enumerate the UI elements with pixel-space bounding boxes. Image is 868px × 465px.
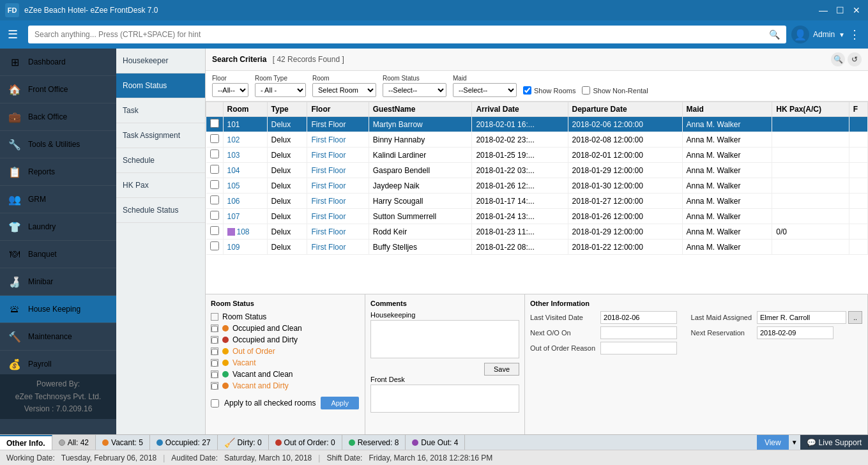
search-criteria-search-button[interactable]: 🔍 — [831, 52, 845, 66]
row-checkbox-7[interactable] — [210, 226, 219, 235]
maximize-button[interactable]: ☐ — [834, 5, 846, 15]
room-number-8[interactable]: 109 — [223, 240, 267, 255]
tab-dirty[interactable]: 🧹 Dirty: 0 — [218, 435, 269, 450]
sidebar-item-dashboard[interactable]: ⊞Dashboard — [0, 49, 116, 76]
view-button[interactable]: View — [757, 435, 789, 450]
room-number-0[interactable]: 101 — [223, 117, 267, 132]
tab-vacant[interactable]: Vacant: 5 — [96, 435, 150, 450]
row-checkbox-5[interactable] — [210, 195, 219, 204]
show-rooms-checkbox[interactable] — [523, 86, 531, 95]
table-row[interactable]: 103 Delux First Floor Kalindi Lardiner 2… — [206, 148, 868, 163]
sidebar-item-label-maintenance: Maintenance — [28, 332, 72, 341]
row-checkbox-0[interactable] — [210, 119, 219, 128]
table-row[interactable]: 107 Delux First Floor Sutton Summerrell … — [206, 209, 868, 224]
next-reservation-input[interactable] — [757, 326, 834, 339]
row-checkbox-6[interactable] — [210, 211, 219, 220]
next-oo-input[interactable] — [600, 326, 677, 339]
sub-sidebar-item-housekeeper[interactable]: Housekeeper — [116, 49, 205, 73]
user-dropdown-icon[interactable]: ▼ — [839, 31, 845, 38]
hamburger-menu[interactable]: ☰ — [8, 27, 18, 42]
room-number-5[interactable]: 106 — [223, 194, 267, 209]
sidebar-item-reports[interactable]: 📋Reports — [0, 158, 116, 186]
last-visited-input[interactable] — [600, 311, 677, 324]
tab-occupied[interactable]: Occupied: 27 — [150, 435, 218, 450]
table-row[interactable]: 102 Delux First Floor Binny Hannaby 2018… — [206, 132, 868, 148]
room-number-6[interactable]: 107 — [223, 209, 267, 224]
search-input[interactable] — [34, 30, 769, 39]
vacant-clean-checkbox[interactable] — [211, 370, 218, 378]
room-number-4[interactable]: 105 — [223, 178, 267, 194]
show-non-rental-checkbox[interactable] — [582, 86, 590, 95]
occupied-clean-checkbox[interactable] — [211, 324, 218, 332]
other-info-title: Other Information — [530, 300, 862, 307]
more-options-button[interactable]: ⋮ — [849, 27, 860, 42]
floor-select[interactable]: --All-- — [212, 83, 248, 97]
tab-other-info[interactable]: Other Info. — [0, 435, 52, 450]
sub-sidebar-item-schedule-status[interactable]: Schedule Status — [116, 198, 205, 223]
footer-bar: Other Info. All: 42 Vacant: 5 Occupied: … — [0, 434, 868, 450]
table-row[interactable]: 101 Delux First Floor Martyn Barrow 2018… — [206, 117, 868, 132]
row-checkbox-8[interactable] — [210, 241, 219, 250]
row-checkbox-3[interactable] — [210, 165, 219, 174]
occupied-dirty-checkbox[interactable] — [211, 336, 218, 344]
sub-sidebar-item-task[interactable]: Task — [116, 98, 205, 123]
search-input-wrap[interactable]: 🔍 — [28, 26, 786, 43]
row-checkbox-1[interactable] — [210, 134, 219, 143]
search-criteria-refresh-button[interactable]: ↺ — [848, 52, 862, 66]
sidebar-item-house-keeping[interactable]: 🛎House Keeping — [0, 296, 116, 323]
sub-sidebar-item-room-status[interactable]: Room Status — [116, 73, 205, 98]
view-dropdown-button[interactable]: ▼ — [789, 439, 800, 446]
row-checkbox-2[interactable] — [210, 149, 219, 158]
last-maid-input[interactable] — [757, 311, 846, 324]
minimize-button[interactable]: — — [817, 5, 830, 15]
out-of-order-checkbox[interactable] — [211, 347, 218, 355]
housekeeping-textarea[interactable] — [370, 320, 519, 358]
sub-sidebar-item-hk-pax[interactable]: HK Pax — [116, 173, 205, 198]
room-number-7[interactable]: 108 — [223, 224, 267, 240]
room-select[interactable]: Select Room — [312, 83, 376, 97]
vacant-checkbox[interactable] — [211, 359, 218, 367]
room-number-3[interactable]: 104 — [223, 163, 267, 178]
sidebar-item-label-banquet: Banquet — [28, 250, 57, 259]
tab-all[interactable]: All: 42 — [52, 435, 96, 450]
table-row[interactable]: 104 Delux First Floor Gasparo Bendell 20… — [206, 163, 868, 178]
apply-all-checkbox[interactable] — [211, 399, 219, 408]
maid-filter: Maid --Select-- — [453, 75, 517, 97]
table-row[interactable]: 108 Delux First Floor Rodd Keir 2018-01-… — [206, 224, 868, 240]
apply-button[interactable]: Apply — [321, 397, 359, 409]
save-button[interactable]: Save — [484, 363, 519, 376]
departure-date-3: 2018-01-29 12:00:00 — [568, 163, 682, 178]
sidebar-item-back-office[interactable]: 💼Back Office — [0, 103, 116, 131]
vacant-dirty-checkbox[interactable] — [211, 382, 218, 390]
table-row[interactable]: 105 Delux First Floor Jaydeep Naik 2018-… — [206, 178, 868, 194]
maid-select[interactable]: --Select-- — [453, 83, 517, 97]
tab-out-of-order[interactable]: Out of Order: 0 — [269, 435, 342, 450]
sidebar-item-banquet[interactable]: 🍽Banquet — [0, 241, 116, 268]
sidebar-item-tools-utilities[interactable]: 🔧Tools & Utilities — [0, 131, 116, 158]
live-support-button[interactable]: 💬 Live Support — [800, 435, 868, 450]
sidebar-item-front-office[interactable]: 🏠Front Office — [0, 76, 116, 103]
sidebar-item-maintenance[interactable]: 🔨Maintenance — [0, 323, 116, 351]
hk-pax-1 — [772, 132, 849, 148]
minibar-icon: 🍶 — [8, 275, 22, 289]
tab-due-out[interactable]: Due Out: 4 — [406, 435, 465, 450]
last-maid-browse-button[interactable]: .. — [848, 311, 862, 324]
table-row[interactable]: 106 Delux First Floor Harry Scougall 201… — [206, 194, 868, 209]
status-bar: Working Date: Tuesday, February 06, 2018… — [0, 450, 868, 465]
close-button[interactable]: ✕ — [850, 5, 863, 15]
sidebar-item-minibar[interactable]: 🍶Minibar — [0, 268, 116, 296]
row-checkbox-4[interactable] — [210, 180, 219, 189]
sidebar-item-grm[interactable]: 👥GRM — [0, 186, 116, 213]
front-desk-textarea[interactable] — [370, 385, 519, 413]
sub-sidebar-item-task-assignment[interactable]: Task Assignment — [116, 123, 205, 148]
out-of-order-input[interactable] — [600, 342, 677, 354]
room-status-select[interactable]: --Select-- — [383, 83, 446, 97]
table-row[interactable]: 109 Delux First Floor Buffy Stelljes 201… — [206, 240, 868, 255]
sub-sidebar-item-schedule[interactable]: Schedule — [116, 148, 205, 173]
tab-reserved[interactable]: Reserved: 8 — [342, 435, 406, 450]
room-type-select[interactable]: - All - — [255, 83, 306, 97]
departure-date-1: 2018-02-08 12:00:00 — [568, 132, 682, 148]
sidebar-item-laundry[interactable]: 👕Laundry — [0, 213, 116, 241]
room-number-1[interactable]: 102 — [223, 132, 267, 148]
room-number-2[interactable]: 103 — [223, 148, 267, 163]
